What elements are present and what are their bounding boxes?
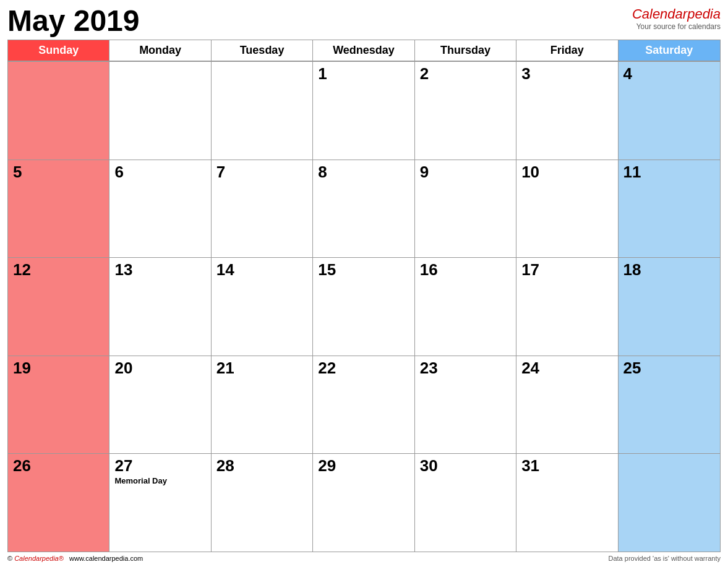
- day-cell-2-5[interactable]: 9: [415, 160, 516, 258]
- day-cell-4-1[interactable]: 19: [8, 356, 109, 454]
- day-number: 17: [521, 262, 612, 278]
- day-number: 26: [13, 458, 104, 474]
- day-number: 12: [13, 262, 104, 278]
- calendar-row-2: 567891011: [8, 160, 720, 258]
- day-cell-4-7[interactable]: 25: [619, 356, 720, 454]
- day-cell-4-3[interactable]: 21: [212, 356, 313, 454]
- day-cell-1-7[interactable]: 4: [619, 62, 720, 160]
- day-number: 20: [114, 360, 205, 376]
- day-cell-4-4[interactable]: 22: [313, 356, 414, 454]
- day-number: 2: [420, 66, 511, 82]
- day-number: 18: [623, 262, 715, 278]
- day-headers: Sunday Monday Tuesday Wednesday Thursday…: [8, 40, 720, 62]
- header-sunday: Sunday: [8, 40, 109, 61]
- day-number: 7: [216, 164, 307, 180]
- header: May 2019 Calendarpedia Your source for c…: [7, 6, 721, 36]
- day-cell-5-2[interactable]: 27Memorial Day: [109, 454, 211, 552]
- day-cell-2-6[interactable]: 10: [516, 160, 618, 258]
- day-number: 21: [216, 360, 307, 376]
- day-number: 15: [318, 262, 409, 278]
- day-number: 19: [13, 360, 104, 376]
- header-saturday: Saturday: [619, 40, 720, 61]
- day-number: 9: [420, 164, 511, 180]
- day-cell-3-6[interactable]: 17: [516, 258, 618, 356]
- brand-name-italic: pedia: [687, 6, 721, 22]
- day-cell-5-5[interactable]: 30: [415, 454, 516, 552]
- day-cell-3-4[interactable]: 15: [313, 258, 414, 356]
- day-number: 11: [623, 164, 715, 180]
- day-cell-5-3[interactable]: 28: [212, 454, 313, 552]
- day-cell-1-2[interactable]: [109, 62, 211, 160]
- day-cell-5-4[interactable]: 29: [313, 454, 414, 552]
- day-number: 24: [521, 360, 612, 376]
- header-wednesday: Wednesday: [313, 40, 414, 61]
- day-number: 14: [216, 262, 307, 278]
- day-cell-4-5[interactable]: 23: [415, 356, 516, 454]
- brand-tagline: Your source for calendars: [632, 22, 721, 31]
- footer-disclaimer: Data provided 'as is' without warranty: [608, 555, 721, 562]
- day-number: 8: [318, 164, 409, 180]
- day-cell-1-6[interactable]: 3: [516, 62, 618, 160]
- day-number: 28: [216, 458, 307, 474]
- calendar-row-4: 19202122232425: [8, 356, 720, 454]
- calendar: Sunday Monday Tuesday Wednesday Thursday…: [7, 40, 721, 552]
- day-cell-5-7[interactable]: [619, 454, 720, 552]
- brand-name-regular: Calendar: [632, 6, 687, 22]
- day-cell-3-3[interactable]: 14: [212, 258, 313, 356]
- day-number: 4: [623, 66, 715, 82]
- day-number: 6: [114, 164, 205, 180]
- day-number: 10: [521, 164, 612, 180]
- day-cell-2-2[interactable]: 6: [109, 160, 211, 258]
- day-cell-3-1[interactable]: 12: [8, 258, 109, 356]
- day-number: 23: [420, 360, 511, 376]
- brand-name: Calendarpedia: [632, 6, 721, 22]
- day-cell-2-1[interactable]: 5: [8, 160, 109, 258]
- day-number: 22: [318, 360, 409, 376]
- day-number: 25: [623, 360, 715, 376]
- day-cell-3-2[interactable]: 13: [109, 258, 211, 356]
- day-cell-1-3[interactable]: [212, 62, 313, 160]
- day-cell-5-6[interactable]: 31: [516, 454, 618, 552]
- day-cell-1-1[interactable]: [8, 62, 109, 160]
- day-cell-3-5[interactable]: 16: [415, 258, 516, 356]
- day-cell-2-3[interactable]: 7: [212, 160, 313, 258]
- day-number: 1: [318, 66, 409, 82]
- calendar-row-5: 2627Memorial Day28293031: [8, 454, 720, 552]
- day-number: 27: [114, 458, 205, 474]
- day-cell-3-7[interactable]: 18: [619, 258, 720, 356]
- header-tuesday: Tuesday: [212, 40, 313, 61]
- calendar-row-1: 1234: [8, 62, 720, 160]
- footer-copyright: © Calendarpedia® www.calendarpedia.com: [7, 555, 143, 562]
- brand: Calendarpedia Your source for calendars: [632, 6, 721, 32]
- day-number: 13: [114, 262, 205, 278]
- day-cell-5-1[interactable]: 26: [8, 454, 109, 552]
- footer-left: © Calendarpedia® www.calendarpedia.com: [7, 555, 143, 562]
- header-monday: Monday: [109, 40, 211, 61]
- day-number: 5: [13, 164, 104, 180]
- footer: © Calendarpedia® www.calendarpedia.com D…: [7, 555, 721, 562]
- day-cell-4-2[interactable]: 20: [109, 356, 211, 454]
- month-title: May 2019: [7, 6, 140, 36]
- day-number: 31: [521, 458, 612, 474]
- day-cell-2-4[interactable]: 8: [313, 160, 414, 258]
- day-cell-1-5[interactable]: 2: [415, 62, 516, 160]
- day-cell-2-7[interactable]: 11: [619, 160, 720, 258]
- calendar-row-3: 12131415161718: [8, 258, 720, 356]
- day-cell-1-4[interactable]: 1: [313, 62, 414, 160]
- day-number: 30: [420, 458, 511, 474]
- day-number: 16: [420, 262, 511, 278]
- calendar-page: May 2019 Calendarpedia Your source for c…: [0, 0, 728, 567]
- header-friday: Friday: [516, 40, 618, 61]
- day-number: 3: [521, 66, 612, 82]
- holiday-label: Memorial Day: [114, 476, 205, 485]
- calendar-grid: 1234567891011121314151617181920212223242…: [8, 62, 720, 552]
- day-cell-4-6[interactable]: 24: [516, 356, 618, 454]
- header-thursday: Thursday: [415, 40, 516, 61]
- day-number: 29: [318, 458, 409, 474]
